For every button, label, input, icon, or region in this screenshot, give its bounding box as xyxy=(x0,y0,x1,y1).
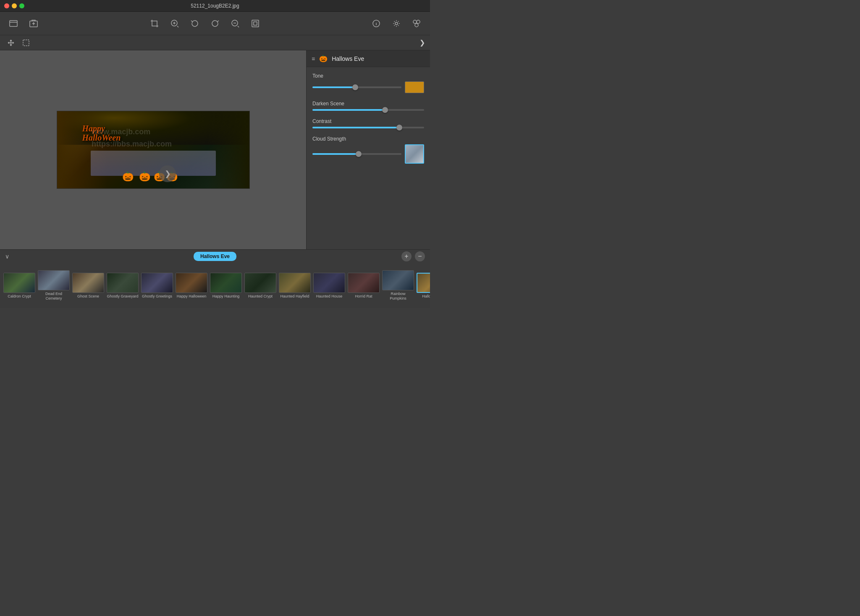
thumbnail-ghostly-greetings[interactable]: Ghostly Greetings xyxy=(141,273,173,299)
thumbnail-label-dead-end: Dead End Cemetery xyxy=(38,292,70,301)
thumbnail-label-happy-halloween: Happy Halloween xyxy=(177,294,207,299)
crop-button[interactable] xyxy=(146,15,163,32)
secondary-toolbar: ❯ xyxy=(0,35,430,50)
remove-effect-button[interactable]: − xyxy=(415,251,425,261)
settings-button[interactable] xyxy=(388,15,405,32)
info-button[interactable] xyxy=(368,15,385,32)
thumbnail-caldron-crypt[interactable]: Caldron Crypt xyxy=(3,273,35,299)
effects-button[interactable] xyxy=(408,15,425,32)
maximize-button[interactable] xyxy=(19,3,24,8)
cloud-thumb[interactable] xyxy=(356,151,362,157)
panel-title: Hallows Eve xyxy=(332,55,364,62)
thumbnail-hallows-eve-active[interactable]: Hallows Eve xyxy=(417,273,430,299)
rotate-left-button[interactable] xyxy=(186,15,203,32)
thumbnail-horrid-rat[interactable]: Horrid Rat xyxy=(348,273,380,299)
thumbnail-label-haunted-house: Haunted House xyxy=(316,294,343,299)
thumbnail-haunted-house[interactable]: Haunted House xyxy=(313,273,345,299)
contrast-control: Contrast xyxy=(312,118,424,128)
scene-trees-right xyxy=(207,111,249,188)
thumbnail-happy-haunting[interactable]: Happy Haunting xyxy=(210,273,242,299)
selected-effect-label: Hallows Eve xyxy=(194,252,236,261)
move-tool-button[interactable] xyxy=(5,37,17,49)
thumbnail-dead-end[interactable]: Dead End Cemetery xyxy=(38,270,70,301)
pumpkin-2: 🎃 xyxy=(139,171,150,182)
svg-rect-0 xyxy=(10,21,17,26)
thumbnail-img-hallows-eve-active xyxy=(417,273,430,293)
darken-track xyxy=(312,109,424,111)
tone-color-swatch[interactable] xyxy=(405,81,424,93)
add-remove-buttons: + − xyxy=(401,251,425,261)
select-tool-button[interactable] xyxy=(20,37,32,49)
thumbnail-haunted-crypt[interactable]: Haunted Crypt xyxy=(244,273,276,299)
svg-point-10 xyxy=(415,23,418,27)
thumbnail-label-happy-haunting: Happy Haunting xyxy=(212,294,240,299)
svg-rect-4 xyxy=(252,20,259,27)
cloud-row xyxy=(312,144,424,164)
svg-rect-11 xyxy=(23,40,29,46)
tone-fill xyxy=(312,86,355,88)
panel-list-icon[interactable]: ≡ xyxy=(312,55,315,62)
thumbnail-label-ghost-scene: Ghost Scene xyxy=(77,294,99,299)
scene-trees-left xyxy=(57,111,108,188)
main-toolbar xyxy=(0,12,430,35)
thumbnail-label-hallows-eve-active: Hallows Eve xyxy=(422,294,430,299)
panel-content: Tone Darken Scene xyxy=(307,67,430,170)
darken-control: Darken Scene xyxy=(312,101,424,111)
ghost-icon: 🎃 xyxy=(318,54,328,64)
thumbnail-label-caldron-crypt: Caldron Crypt xyxy=(8,294,31,299)
cloud-control: Cloud Strength xyxy=(312,136,424,164)
rotate-right-button[interactable] xyxy=(207,15,223,32)
right-panel: ≡ 🎃 Hallows Eve Tone Darken Scene xyxy=(306,50,430,249)
svg-point-9 xyxy=(417,20,420,23)
minimize-button[interactable] xyxy=(12,3,17,8)
zoom-out-button[interactable] xyxy=(227,15,244,32)
darken-label: Darken Scene xyxy=(312,101,424,107)
contrast-thumb[interactable] xyxy=(396,125,402,131)
collapse-button[interactable]: ∨ xyxy=(5,253,9,260)
thumbnail-img-caldron-crypt xyxy=(3,273,35,293)
tone-slider[interactable] xyxy=(312,86,401,88)
contrast-slider[interactable] xyxy=(312,127,424,128)
thumbnail-label-haunted-crypt: Haunted Crypt xyxy=(248,294,273,299)
tone-thumb[interactable] xyxy=(352,84,358,90)
contrast-track xyxy=(312,127,424,128)
thumbnail-img-ghostly-greetings xyxy=(141,273,173,293)
thumbnail-label-horrid-rat: Horrid Rat xyxy=(355,294,372,299)
cloud-slider[interactable] xyxy=(312,153,401,155)
thumbnail-img-haunted-hayfield xyxy=(279,273,311,293)
toolbar-right xyxy=(368,15,425,32)
svg-point-7 xyxy=(395,22,398,25)
thumbnail-rainbow-pumpkins[interactable]: Rainbow Pumpkins xyxy=(382,270,414,301)
cloud-preview-swatch[interactable] xyxy=(405,144,424,164)
fit-button[interactable] xyxy=(247,15,264,32)
thumbnail-label-haunted-hayfield: Haunted Hayfield xyxy=(280,294,309,299)
thumbnail-label-rainbow-pumpkins: Rainbow Pumpkins xyxy=(382,292,414,301)
darken-thumb[interactable] xyxy=(382,107,388,113)
tone-control: Tone xyxy=(312,73,424,93)
add-effect-button[interactable]: + xyxy=(401,251,412,261)
darken-slider[interactable] xyxy=(312,109,424,111)
scroll-down-button[interactable]: ❯ xyxy=(159,165,176,182)
thumbnail-ghost-scene[interactable]: Ghost Scene xyxy=(72,273,104,299)
thumbnail-img-ghostly-graveyard xyxy=(107,273,139,293)
thumbnail-img-happy-halloween xyxy=(176,273,207,293)
thumbnail-happy-halloween[interactable]: Happy Halloween xyxy=(176,273,207,299)
thumbnail-img-haunted-crypt xyxy=(244,273,276,293)
next-button[interactable]: ❯ xyxy=(420,39,425,47)
thumbnail-haunted-hayfield[interactable]: Haunted Hayfield xyxy=(279,273,311,299)
close-button[interactable] xyxy=(4,3,9,8)
thumbnail-ghostly-graveyard[interactable]: Ghostly Graveyard xyxy=(107,273,139,299)
scene-title: Happy HalloWeen xyxy=(82,124,121,142)
canvas-image: Happy HalloWeen 🎃 🎃 🎃 🎃 xyxy=(57,111,250,189)
open-button[interactable] xyxy=(5,15,22,32)
main-content: Happy HalloWeen 🎃 🎃 🎃 🎃 www.macjb.com ht… xyxy=(0,50,430,249)
cloud-fill xyxy=(312,153,359,155)
zoom-in-button[interactable] xyxy=(166,15,183,32)
thumbnail-img-dead-end xyxy=(38,270,70,290)
thumbnails-row: Caldron CryptDead End CemeteryGhost Scen… xyxy=(0,263,430,308)
bottom-section: ∨ Hallows Eve + − Caldron CryptDead End … xyxy=(0,249,430,308)
export-button[interactable] xyxy=(25,15,42,32)
tone-label: Tone xyxy=(312,73,424,79)
thumbnail-img-rainbow-pumpkins xyxy=(382,270,414,290)
window-title: 52112_1ougB2E2.jpg xyxy=(191,3,239,9)
